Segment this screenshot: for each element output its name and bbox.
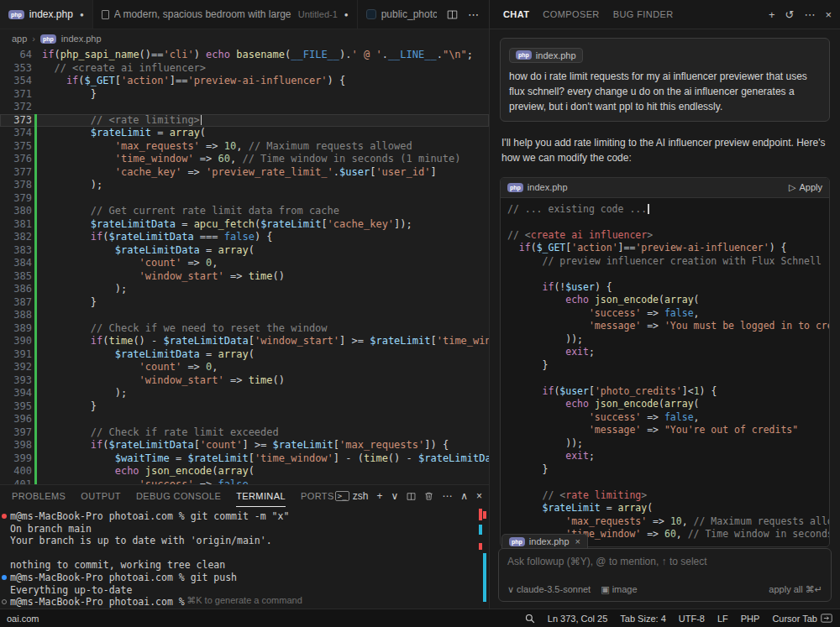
split-terminal-icon[interactable] xyxy=(407,492,416,501)
code-token: >= xyxy=(352,335,370,347)
editor-more-actions-icon[interactable]: ⋯ xyxy=(468,8,479,21)
panel-tab-debug-console[interactable]: DEBUG CONSOLE xyxy=(136,485,221,507)
code-token: ( xyxy=(212,465,218,477)
change-indicator xyxy=(34,452,37,466)
model-selector[interactable]: ∨ claude-3.5-sonnet xyxy=(507,584,591,595)
apply-button[interactable]: ▷ Apply xyxy=(789,182,822,193)
code-line[interactable]: 380// Get current rate limit data from c… xyxy=(0,205,489,218)
status-cursor-position[interactable]: Ln 373, Col 25 xyxy=(548,614,608,624)
code-line[interactable]: 384'count' => 0, xyxy=(0,257,489,270)
code-line[interactable]: 389// Check if we need to reset the wind… xyxy=(0,322,489,336)
breadcrumb-folder[interactable]: app xyxy=(12,34,27,44)
code-line[interactable]: 390if(time() - $rateLimitData['window_st… xyxy=(0,335,489,348)
code-line[interactable]: 393'window_start' => time() xyxy=(0,374,489,388)
terminal-dropdown-icon[interactable]: ∨ xyxy=(391,490,398,502)
terminal-instance-label[interactable]: >_ zsh xyxy=(335,490,369,502)
code-line[interactable]: 387} xyxy=(0,296,489,310)
code-line[interactable]: 371} xyxy=(0,88,489,102)
code-line[interactable]: 401'success' => false, xyxy=(0,478,489,485)
code-token: ] xyxy=(333,452,345,464)
code-line[interactable]: 383$rateLimitData = array( xyxy=(0,244,489,258)
code-line[interactable]: 378); xyxy=(0,179,489,192)
breadcrumb-file[interactable]: index.php xyxy=(61,34,102,44)
code-line[interactable]: 394); xyxy=(0,387,489,400)
kill-terminal-icon[interactable] xyxy=(424,491,433,501)
code-line[interactable]: 391$rateLimitData = array( xyxy=(0,348,489,362)
code-line[interactable]: 372 xyxy=(0,101,489,114)
code-text: // <create ai influencer> xyxy=(42,62,206,76)
chat-input-box[interactable]: Ask followup (⌘Y), @ to mention, ↑ to se… xyxy=(498,548,832,602)
editor-tab-1[interactable]: phpindex.php● xyxy=(0,0,93,29)
editor-tab-2[interactable]: A modern, spacious bedroom with large wi… xyxy=(93,0,358,29)
code-line[interactable]: 64if(php_sapi_name()=='cli') echo basena… xyxy=(0,49,489,62)
status-language[interactable]: PHP xyxy=(741,614,760,624)
modified-indicator[interactable]: ● xyxy=(344,11,349,18)
editor-tab-3[interactable]: public_photc● xyxy=(358,0,437,29)
panel-tab-problems[interactable]: PROBLEMS xyxy=(12,485,66,507)
code-token: // < xyxy=(507,229,531,241)
panel-tab-terminal[interactable]: TERMINAL xyxy=(236,485,286,507)
code-line[interactable]: 397// Check if rate limit exceeded xyxy=(0,426,489,440)
code-editor[interactable]: 64if(php_sapi_name()=='cli') echo basena… xyxy=(0,48,489,484)
attach-image-button[interactable]: ▣ image xyxy=(601,584,637,595)
code-token: [ xyxy=(194,439,200,451)
code-token: = xyxy=(176,218,194,230)
chat-history-icon[interactable]: ↺ xyxy=(785,8,795,21)
status-cursor-tab[interactable]: Cursor Tab xyxy=(772,614,832,624)
tab-label: public_photc xyxy=(381,8,437,20)
panel-maximize-icon[interactable]: ∧ xyxy=(460,490,468,502)
apply-all-button[interactable]: apply all ⌘↵ xyxy=(769,584,822,595)
panel-tab-ports[interactable]: PORTS xyxy=(301,485,334,507)
code-line[interactable]: 398if($rateLimitData['count'] >= $rateLi… xyxy=(0,439,489,452)
line-number: 394 xyxy=(0,387,32,400)
panel-more-icon[interactable]: ⋯ xyxy=(442,490,452,502)
panel-close-icon[interactable]: × xyxy=(476,490,482,502)
code-line[interactable]: 385'window_start' => time() xyxy=(0,270,489,284)
status-eol[interactable]: LF xyxy=(717,614,728,624)
chat-more-icon[interactable]: ⋯ xyxy=(804,8,815,21)
code-token: create ai influencer xyxy=(531,229,647,241)
chat-close-icon[interactable]: × xyxy=(825,8,832,21)
status-encoding[interactable]: UTF-8 xyxy=(679,614,705,624)
chat-tab-bug-finder[interactable]: BUG FINDER xyxy=(613,9,674,19)
code-line[interactable]: 376'time_window' => 60, // Time window i… xyxy=(0,153,489,166)
code-line[interactable]: 354if($_GET['action']=='preview-ai-influ… xyxy=(0,75,489,88)
change-indicator xyxy=(34,218,37,232)
code-line[interactable]: 400echo json_encode(array( xyxy=(0,465,489,478)
breadcrumb[interactable]: app › php index.php xyxy=(0,29,489,48)
code-line[interactable]: 396 xyxy=(0,413,489,426)
code-line[interactable]: 386); xyxy=(0,283,489,296)
context-chip-index-php[interactable]: php index.php × xyxy=(501,534,588,548)
code-line[interactable]: 382if($rateLimitData === false) { xyxy=(0,231,489,244)
code-line[interactable]: 377'cache_key' => 'preview_rate_limit_'.… xyxy=(0,166,489,180)
chip-close-icon[interactable]: × xyxy=(575,536,580,546)
new-terminal-button[interactable]: + xyxy=(376,490,382,502)
code-line[interactable]: 374$rateLimit = array( xyxy=(0,127,489,140)
code-line[interactable]: 379 xyxy=(0,192,489,206)
code-token: ( xyxy=(200,127,206,138)
search-icon[interactable] xyxy=(525,614,535,624)
panel-tab-output[interactable]: OUTPUT xyxy=(81,485,121,507)
code-token: } xyxy=(91,400,97,412)
code-line: } xyxy=(507,359,822,373)
code-line[interactable]: 375'max_requests' => 10, // Maximum requ… xyxy=(0,140,489,154)
modified-indicator[interactable]: ● xyxy=(80,11,84,18)
chat-tab-chat[interactable]: CHAT xyxy=(503,9,529,19)
line-number: 372 xyxy=(0,101,32,114)
code-line[interactable]: 392'count' => 0, xyxy=(0,361,489,374)
new-chat-icon[interactable]: + xyxy=(769,8,775,21)
code-line[interactable]: 381$rateLimitData = apcu_fetch($rateLimi… xyxy=(0,218,489,232)
user-message-file-chip[interactable]: php index.php xyxy=(509,48,583,63)
code-line[interactable]: 353// <create ai influencer> xyxy=(0,62,489,76)
code-line[interactable]: 388 xyxy=(0,309,489,322)
status-tab-size[interactable]: Tab Size: 4 xyxy=(620,614,665,624)
terminal[interactable]: m@ms-MacBook-Pro photoai.com % git commi… xyxy=(0,507,489,609)
code-line[interactable]: 395} xyxy=(0,400,489,414)
split-editor-icon[interactable] xyxy=(447,9,458,20)
code-line[interactable]: 399$waitTime = $rateLimit['time_window']… xyxy=(0,452,489,466)
code-token: . xyxy=(382,49,388,60)
chat-tab-composer[interactable]: COMPOSER xyxy=(543,9,599,19)
code-line[interactable]: 373// <rate limiting> xyxy=(0,114,489,128)
code-token: __LINE__ xyxy=(388,49,437,60)
code-token: - xyxy=(345,452,357,464)
